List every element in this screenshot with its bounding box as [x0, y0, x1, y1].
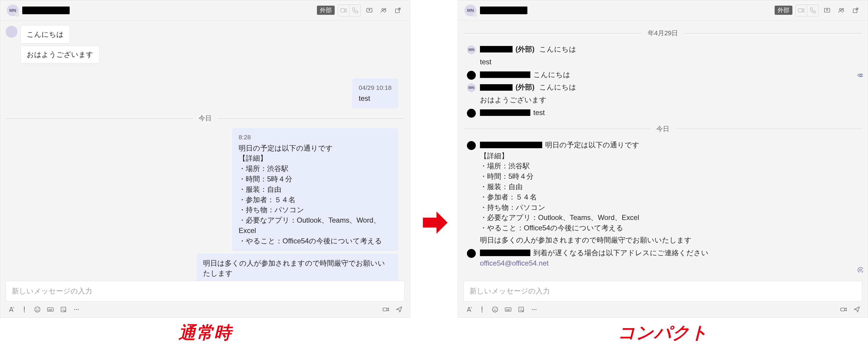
message-bubble[interactable]: 04/29 10:18 test [352, 78, 398, 108]
sticker-button[interactable] [60, 306, 67, 313]
gif-button[interactable] [504, 306, 512, 313]
message-line: 【詳細】 [480, 151, 859, 161]
send-button[interactable] [853, 306, 861, 313]
avatar-initials: MN [9, 8, 16, 13]
message-line: ・持ち物：パソコン [480, 202, 859, 213]
sender-avatar [467, 109, 476, 118]
sender-avatar: MN [467, 83, 476, 92]
message-line: ・やること：Office54の今後について考える [480, 223, 859, 233]
video-call-button[interactable] [796, 5, 807, 16]
call-button-group [795, 4, 818, 16]
call-button-group [338, 4, 361, 16]
message-timestamp: 8:28 [239, 133, 392, 142]
caption-compact: コンパクト [458, 321, 868, 344]
message-line: ・時間：5時４分 [480, 171, 859, 182]
sender-name-redacted [480, 109, 530, 116]
emoji-button[interactable] [33, 306, 41, 313]
sender-avatar [467, 141, 476, 150]
message-text: こんにちは [539, 44, 576, 55]
message-line: ・参加者：５４名 [239, 195, 392, 205]
compact-message-row[interactable]: 明日の予定は以下の通りです 【詳細】 ・場所：渋谷駅 ・時間：5時４分 ・服装：… [463, 139, 862, 247]
message-bubble[interactable]: 8:28 明日の予定は以下の通りです 【詳細】 ・場所：渋谷駅 ・時間：5時４分… [232, 128, 398, 251]
compact-message-row[interactable]: MN (外部) こんにちは [463, 81, 862, 94]
message-text: こんにちは [539, 82, 576, 93]
message-line: ・必要なアプリ：Outlook、Teams、Word、Excel [239, 215, 392, 236]
share-screen-button[interactable] [822, 5, 833, 16]
meet-now-button[interactable] [382, 306, 390, 313]
message-line: ・やること：Office54の今後について考える [239, 236, 392, 246]
meet-now-button[interactable] [840, 306, 847, 313]
compact-message-row[interactable]: MN (外部) こんにちは [463, 43, 862, 56]
message-row-self: 8:28 明日の予定は以下の通りです 【詳細】 ・場所：渋谷駅 ・時間：5時４分… [6, 128, 405, 251]
chat-scroll-area[interactable]: こんにちは おはようございます 04/29 10:18 test 今日 8:28… [0, 21, 410, 281]
message-input[interactable]: 新しいメッセージの入力 [463, 281, 862, 302]
message-line: 明日は多くの人が参加されますので時間厳守でお願いいたします [480, 235, 859, 246]
send-button[interactable] [395, 306, 403, 313]
message-row-self: 明日は多くの人が参加されますので時間厳守でお願いいたします [6, 253, 405, 281]
compact-message-row[interactable]: こんにちは [463, 68, 862, 81]
message-line: ・服装：自由 [239, 184, 392, 195]
message-text: おはようございます [480, 95, 859, 105]
sender-avatar: MN [467, 45, 476, 54]
external-label: (外部) [516, 44, 534, 55]
add-people-button[interactable] [836, 5, 847, 16]
compact-message-row[interactable]: 到着が遅くなる場合は以下アドレスにご連絡ください office54@office… [463, 247, 862, 270]
compact-message-row[interactable]: おはようございます [463, 94, 862, 106]
message-timestamp: 04/29 10:18 [359, 83, 392, 92]
date-divider: 年4月29日 [463, 29, 862, 38]
sender-avatar [467, 249, 476, 258]
compose-toolbar [463, 306, 862, 313]
caption-normal: 通常時 [0, 321, 410, 344]
message-text: test [533, 107, 545, 118]
video-call-button[interactable] [338, 5, 349, 16]
compact-message-row[interactable]: test [463, 106, 862, 119]
date-divider: 今日 [6, 114, 405, 123]
external-badge: 外部 [775, 6, 793, 15]
message-bubble[interactable]: こんにちは [21, 25, 70, 43]
contact-avatar[interactable]: MN [7, 4, 19, 16]
sender-name-redacted [480, 250, 530, 256]
emoji-button[interactable] [491, 306, 499, 313]
format-button[interactable] [7, 306, 15, 313]
avatar-initials: MN [467, 8, 474, 13]
compose-toolbar [6, 306, 405, 313]
message-text: test [359, 93, 392, 104]
chat-header: MN 外部 [0, 0, 410, 21]
popout-button[interactable] [392, 5, 403, 16]
message-row-other: おはようございます [6, 45, 405, 64]
share-screen-button[interactable] [364, 5, 375, 16]
contact-avatar[interactable]: MN [465, 4, 476, 16]
popout-button[interactable] [850, 5, 861, 16]
message-input[interactable]: 新しいメッセージの入力 [6, 281, 405, 302]
contact-name-redacted [22, 6, 70, 14]
arrow-icon [419, 208, 449, 238]
sticker-button[interactable] [517, 306, 525, 313]
priority-button[interactable] [21, 306, 28, 313]
message-row-other: こんにちは [6, 25, 405, 43]
more-button[interactable] [530, 306, 538, 313]
format-button[interactable] [465, 306, 473, 313]
external-badge: 外部 [317, 6, 335, 15]
sender-name-redacted [480, 46, 513, 53]
sender-avatar [6, 26, 18, 38]
message-bubble[interactable]: おはようございます [21, 45, 100, 64]
priority-button[interactable] [478, 306, 486, 313]
message-line: ・持ち物：パソコン [239, 205, 392, 215]
add-people-button[interactable] [378, 5, 389, 16]
message-bubble[interactable]: 明日は多くの人が参加されますので時間厳守でお願いいたします [196, 253, 398, 281]
sender-name-redacted [480, 71, 530, 78]
message-text: test [480, 57, 859, 67]
presence-badge [15, 13, 19, 17]
gif-button[interactable] [46, 306, 54, 313]
panel-compact: MN 外部 年4月29日 MN [458, 0, 868, 344]
read-receipt-icon [857, 72, 863, 78]
more-button[interactable] [73, 306, 80, 313]
compose-area: 新しいメッセージの入力 [458, 281, 868, 317]
message-link[interactable]: office54@office54.net [480, 258, 859, 268]
audio-call-button[interactable] [349, 5, 361, 16]
read-receipt-icon [857, 266, 863, 273]
audio-call-button[interactable] [807, 5, 818, 16]
chat-scroll-area[interactable]: 年4月29日 MN (外部) こんにちは test [458, 21, 868, 281]
compact-message-row[interactable]: test [463, 56, 862, 68]
panel-normal: MN 外部 こんにちは おはようご [0, 0, 410, 344]
